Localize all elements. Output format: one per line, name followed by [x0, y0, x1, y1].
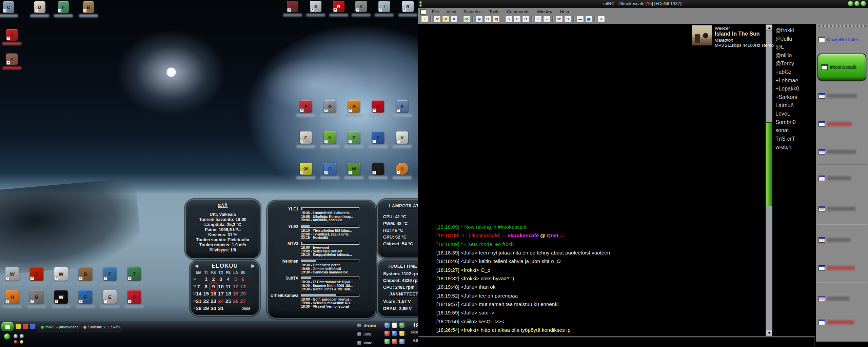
- tray-icon[interactable]: [399, 339, 405, 344]
- desktop-icon-red-label-app[interactable]: P↗: [6, 54, 18, 65]
- desktop-icon-books-app[interactable]: B↗: [83, 1, 94, 13]
- minimize-button[interactable]: [848, 1, 853, 6]
- channels-folder-icon[interactable]: #: [442, 16, 449, 23]
- quicklaunch-icon[interactable]: [23, 324, 28, 329]
- menu-file[interactable]: File: [428, 9, 443, 14]
- tray-icon[interactable]: [392, 323, 397, 328]
- desktop-icon-floodlight-app[interactable]: F↗: [79, 290, 92, 304]
- tray-icon[interactable]: [392, 331, 397, 336]
- desktop-icon-webshots-frog[interactable]: W↗: [348, 163, 360, 175]
- nicklist-item[interactable]: +Lepakk0: [775, 85, 815, 93]
- tray-icon[interactable]: [392, 339, 397, 344]
- menu-commands[interactable]: Commands: [503, 9, 533, 14]
- desktop-icon-shared-folder[interactable]: F↗: [58, 1, 69, 13]
- desktop-icon-frostwire[interactable]: F↗: [103, 267, 117, 281]
- red-dot-icon[interactable]: [14, 340, 17, 344]
- desktop-icon-flashfxp[interactable]: F↗: [300, 100, 312, 113]
- green-orb-icon[interactable]: [4, 333, 10, 340]
- menu-help[interactable]: Help: [556, 9, 573, 14]
- scroll-up-icon[interactable]: [766, 25, 772, 31]
- gray-dot-icon[interactable]: [14, 334, 18, 338]
- scroll-thumb[interactable]: [766, 122, 772, 206]
- meter-label[interactable]: System: [363, 323, 376, 327]
- notify-list-icon[interactable]: N!: [556, 16, 563, 23]
- menu-window[interactable]: Window: [533, 9, 556, 14]
- channel-list-icon[interactable]: #: [451, 16, 458, 23]
- nicklist-item[interactable]: @Terby: [775, 60, 815, 68]
- url-list-icon[interactable]: U: [564, 16, 571, 23]
- switchbar-item[interactable]: [818, 149, 856, 155]
- desktop-icon-kmplayer[interactable]: K↗: [372, 100, 384, 113]
- options-icon[interactable]: ⚒: [434, 16, 441, 23]
- load-commands-icon[interactable]: C: [514, 16, 521, 23]
- close-button[interactable]: [861, 1, 866, 6]
- desktop-icon-antivir[interactable]: R↗: [333, 1, 344, 12]
- find-text-icon[interactable]: ⌕: [543, 16, 550, 23]
- desktop-icon-orange-circle-app[interactable]: S↗: [396, 163, 408, 175]
- desktop-icon-pokerstars[interactable]: P↗: [127, 290, 141, 304]
- nicklist-item[interactable]: Latmut\: [775, 101, 815, 110]
- switchbar-item[interactable]: [818, 176, 851, 181]
- quicklaunch-icon[interactable]: [16, 324, 21, 329]
- desktop-icon-battlefield2[interactable]: B↗: [30, 290, 43, 304]
- desktop-icon-adware-tool[interactable]: A↗: [287, 1, 298, 12]
- switchbar-item[interactable]: [818, 265, 855, 271]
- desktop-icon-virtualdub[interactable]: V↗: [396, 131, 408, 144]
- desktop-icon-red-car-game[interactable]: C↗: [30, 267, 43, 281]
- nicklist-item[interactable]: @niiilo: [775, 52, 815, 60]
- desktop-icon-speedfan[interactable]: S↗: [396, 100, 408, 113]
- nicklist-item[interactable]: +Lehmae: [775, 77, 815, 85]
- desktop-icon-exact-audio-copy[interactable]: E↗: [103, 290, 117, 304]
- find-user-icon[interactable]: ☺: [535, 16, 542, 23]
- dcc-options-icon[interactable]: D: [522, 16, 529, 23]
- switchbar-toggle-icon[interactable]: ▬: [577, 16, 584, 23]
- desktop-icon-boxes-app[interactable]: B↗: [79, 267, 92, 281]
- switchbar-item[interactable]: [818, 237, 850, 243]
- desktop-icon-99-window-app[interactable]: 99↗: [300, 163, 312, 175]
- switchbar-item-active-channel[interactable]: #kookoscafé: [817, 54, 866, 81]
- desktop-icon-orange-game[interactable]: H↗: [5, 290, 19, 304]
- quicklaunch-icon[interactable]: [30, 324, 35, 329]
- nicklist-item[interactable]: TnS-crT: [775, 135, 815, 143]
- nicklist-item[interactable]: LeveL: [775, 110, 815, 118]
- menu-favorites[interactable]: Favorites: [460, 9, 485, 14]
- tray-icon[interactable]: [384, 323, 390, 328]
- address-book-icon[interactable]: ≣: [476, 16, 483, 23]
- mirc-titlebar[interactable]: mIRC - [#kookoscafé [15] [+CnNtl 1337]]: [418, 0, 868, 8]
- desktop-icon-google-earth[interactable]: E↗: [372, 131, 384, 144]
- desktop-icon-network-computer[interactable]: C↗: [3, 1, 14, 13]
- tray-icon[interactable]: [384, 331, 390, 336]
- switchbar-item[interactable]: QuakeNet frokki: [818, 37, 859, 42]
- desktop-icon-red-star-app[interactable]: S↗: [6, 29, 18, 41]
- switchbar-item[interactable]: [818, 206, 855, 211]
- away-icon[interactable]: ☻: [598, 16, 605, 23]
- window-cascade-icon[interactable]: ▣: [585, 16, 592, 23]
- chat-input[interactable]: [419, 338, 815, 346]
- nicklist-item[interactable]: +abGz: [775, 68, 815, 77]
- tray-icon[interactable]: [384, 339, 390, 344]
- menu-tools[interactable]: Tools: [485, 9, 503, 14]
- switchbar-item[interactable]: [818, 296, 850, 301]
- gray-dot2-icon[interactable]: [20, 334, 24, 338]
- start-button[interactable]: [1, 322, 14, 331]
- switchbar-item[interactable]: [818, 121, 852, 127]
- switchbar-item[interactable]: [818, 93, 857, 99]
- meter-label[interactable]: Ware: [363, 341, 372, 345]
- nicklist-item[interactable]: @Jullu: [775, 35, 815, 43]
- calendar-next-icon[interactable]: ▶: [251, 263, 255, 268]
- scroll-down-icon[interactable]: [766, 330, 772, 336]
- taskbar-task-button[interactable]: mIRC - [#kookosca...: [38, 323, 79, 331]
- script-editor-icon[interactable]: /a: [463, 16, 470, 23]
- desktop-icon-face-app[interactable]: C↗: [300, 131, 312, 144]
- desktop-icon-opera[interactable]: O↗: [324, 163, 336, 175]
- timer-icon[interactable]: Θ: [484, 16, 491, 23]
- meter-label[interactable]: Data: [363, 332, 371, 336]
- desktop-icon-keygen-doc[interactable]: K↗: [355, 1, 367, 12]
- nicklist-item[interactable]: @L: [775, 43, 815, 52]
- desktop-icon-documents-folder[interactable]: D↗: [34, 1, 45, 13]
- desktop-icon-recycle-bin[interactable]: R↗: [402, 1, 414, 12]
- taskbar-task-button[interactable]: Solitude 2 .:. Skinll...: [81, 323, 122, 331]
- tray-icon[interactable]: [399, 323, 405, 328]
- desktop-icon-winamp[interactable]: W↗: [5, 267, 19, 281]
- nicklist-item[interactable]: +Sarkoni: [775, 93, 815, 102]
